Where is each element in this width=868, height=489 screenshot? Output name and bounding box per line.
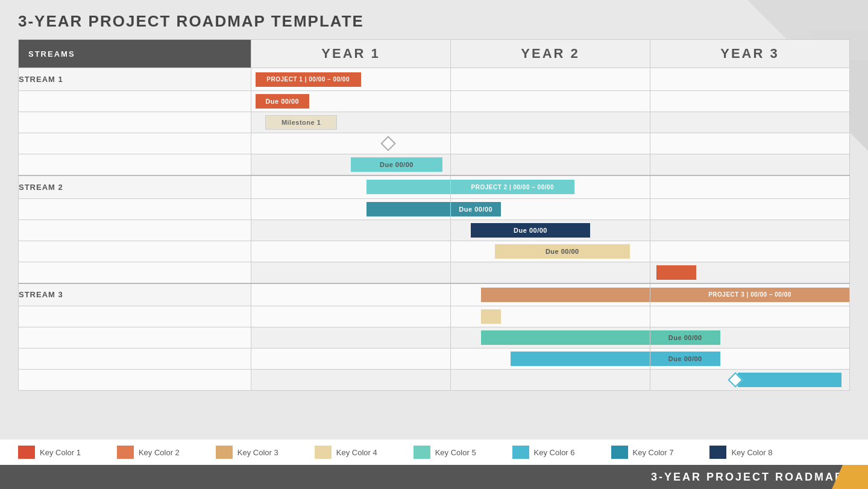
legend-item-5: Key Color 5 [414,446,476,459]
streams-header: STREAMS [19,40,251,68]
legend-swatch-6 [512,446,529,459]
s3-due1-y3: Due 00/00 [650,330,720,345]
project3-bar-y2 [481,288,650,302]
legend-swatch-7 [611,446,628,459]
milestone1-bar: Milestone 1 [265,115,337,130]
legend-item-7: Key Color 7 [611,446,674,459]
stream2-label: STREAM 2 [19,175,251,198]
legend-item-3: Key Color 3 [216,446,278,459]
legend-swatch-1 [18,446,35,459]
year1-header: YEAR 1 [251,40,451,68]
legend-item-6: Key Color 6 [512,446,575,459]
project1-bar: PROJECT 1 | 00/00 – 00/00 [256,72,361,87]
legend-item-2: Key Color 2 [117,446,180,459]
s3-due2-y3: Due 00/00 [650,352,720,366]
year3-header: YEAR 3 [650,40,850,68]
s3-end-bar [738,373,841,387]
stream1-due1: Due 00/00 [256,94,309,109]
stream1-label: STREAM 1 [19,68,251,91]
s3-due2-y2 [511,352,650,366]
legend-item-8: Key Color 8 [709,446,772,459]
legend-label-8: Key Color 8 [731,448,772,457]
s2-due2: Due 00/00 [471,223,590,238]
legend-label-7: Key Color 7 [633,448,674,457]
s2-due3: Due 00/00 [495,244,630,259]
footer-accent [832,465,868,489]
page-title: 3-YEAR PROJECT ROADMAP TEMPLATE [18,12,850,31]
legend-label-1: Key Color 1 [40,448,81,457]
footer-title: 3-YEAR PROJECT ROADMAP [651,471,844,484]
legend-swatch-5 [414,446,430,459]
s2-small-red [656,265,696,280]
year2-header: YEAR 2 [451,40,650,68]
legend-label-4: Key Color 4 [336,448,377,457]
footer-bar: 3-YEAR PROJECT ROADMAP [0,465,868,489]
s2-due1-y1 [366,202,450,216]
legend-label-5: Key Color 5 [435,448,476,457]
legend-swatch-2 [117,446,134,459]
project3-bar-y3: PROJECT 3 | 00/00 – 00/00 [650,288,849,302]
legend-swatch-8 [709,446,726,459]
legend-swatch-3 [216,446,233,459]
legend-label-2: Key Color 2 [139,448,180,457]
diamond1 [380,136,395,151]
s3-due1-y2 [481,330,650,345]
s3-small-cream [481,309,501,324]
legend-swatch-4 [315,446,332,459]
legend: Key Color 1 Key Color 2 Key Color 3 Key … [0,440,868,465]
stream1-due2: Due 00/00 [351,157,442,172]
gantt-table: STREAMS YEAR 1 YEAR 2 YEAR 3 STREAM 1 PR… [18,39,850,391]
legend-item-1: Key Color 1 [18,446,81,459]
stream1-y1-proj: PROJECT 1 | 00/00 – 00/00 [251,68,451,91]
project2-bar-y2: PROJECT 2 | 00/00 – 00/00 [451,180,574,194]
stream3-label: STREAM 3 [19,283,251,306]
legend-label-6: Key Color 6 [534,448,575,457]
legend-label-3: Key Color 3 [237,448,278,457]
legend-item-4: Key Color 4 [315,446,377,459]
project2-bar-y1 [366,180,450,194]
s2-due1-y2: Due 00/00 [451,202,500,216]
